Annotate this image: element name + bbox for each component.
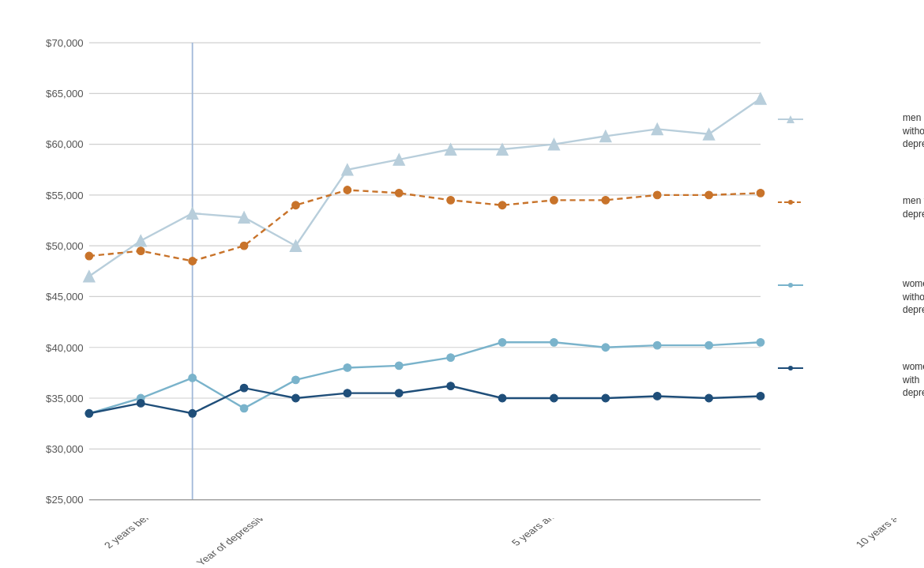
legend-icon [778,279,896,340]
legend-icon [778,196,896,257]
svg-point-61 [653,341,661,349]
chart-main: $70,000$65,000$60,000$55,000$50,000$45,0… [32,24,896,545]
svg-point-38 [189,257,197,265]
legend-area: men without depressionmen with depressio… [770,24,896,519]
svg-point-57 [447,353,455,361]
legend-item: women without depression [778,277,896,338]
svg-point-54 [292,376,300,384]
svg-point-73 [550,394,558,402]
svg-point-85 [788,366,793,371]
svg-point-44 [498,201,506,209]
svg-point-65 [137,399,145,407]
svg-point-64 [85,409,93,417]
svg-point-74 [602,394,610,402]
chart-wrapper: $70,000$65,000$60,000$55,000$50,000$45,0… [28,24,896,545]
svg-marker-35 [755,92,766,103]
svg-point-83 [788,283,793,288]
svg-point-42 [395,189,403,197]
svg-point-59 [550,338,558,346]
legend-label: men without depression [903,111,924,151]
svg-point-60 [602,343,610,351]
x-axis-label: 10 years after [853,518,896,550]
legend-label: women with depression [903,360,924,400]
svg-marker-23 [135,235,146,246]
svg-text:$45,000: $45,000 [46,291,84,303]
svg-point-81 [788,200,793,205]
legend-icon [778,113,896,174]
svg-text:$40,000: $40,000 [46,341,84,353]
svg-text:$35,000: $35,000 [46,392,84,404]
x-axis-label: 2 years before [101,518,163,551]
svg-point-43 [447,196,455,204]
svg-point-46 [602,196,610,204]
svg-point-47 [653,191,661,199]
svg-point-36 [85,252,93,260]
x-axis-label: 5 years after [509,518,564,547]
svg-point-49 [757,189,764,197]
svg-text:$65,000: $65,000 [46,88,84,100]
chart-container: $70,000$65,000$60,000$55,000$50,000$45,0… [28,24,896,545]
legend-label: men with depression [903,194,924,221]
svg-point-55 [344,363,351,371]
svg-point-71 [447,382,455,389]
legend-icon [778,362,896,423]
svg-point-58 [498,338,506,346]
chart-area-row: $70,000$65,000$60,000$55,000$50,000$45,0… [32,24,896,519]
svg-marker-22 [84,270,95,281]
x-axis-svg: 2 years beforeYear of depressive episode… [72,518,896,568]
svg-point-76 [705,394,713,402]
svg-point-69 [344,389,351,397]
svg-point-37 [137,246,145,254]
svg-point-48 [705,191,713,199]
svg-point-53 [240,404,248,412]
svg-text:$60,000: $60,000 [46,138,84,150]
chart-svg-area: $70,000$65,000$60,000$55,000$50,000$45,0… [32,24,770,519]
svg-text:$25,000: $25,000 [46,494,84,506]
svg-point-52 [189,374,197,382]
svg-text:$55,000: $55,000 [46,189,84,201]
svg-point-66 [189,409,197,417]
svg-text:$30,000: $30,000 [46,443,84,455]
svg-point-56 [395,362,403,370]
x-axis-area: 2 years beforeYear of depressive episode… [32,518,896,568]
legend-item: men without depression [778,111,896,172]
svg-point-40 [292,201,300,209]
legend-item: women with depression [778,360,896,421]
svg-point-62 [705,341,713,349]
legend-item: men with depression [778,194,896,255]
svg-point-75 [653,392,661,400]
svg-point-67 [240,384,248,392]
svg-point-68 [292,394,300,402]
svg-point-45 [550,196,558,204]
svg-point-77 [757,392,764,400]
svg-point-72 [498,394,506,402]
svg-text:$70,000: $70,000 [46,36,84,48]
svg-text:$50,000: $50,000 [46,239,84,251]
svg-point-70 [395,389,403,397]
legend-label: women without depression [903,277,924,317]
svg-point-63 [757,338,764,346]
x-axis-label: Year of depressive episode [193,518,302,568]
svg-point-39 [240,242,248,250]
svg-point-41 [344,186,351,194]
chart-svg: $70,000$65,000$60,000$55,000$50,000$45,0… [32,24,770,519]
